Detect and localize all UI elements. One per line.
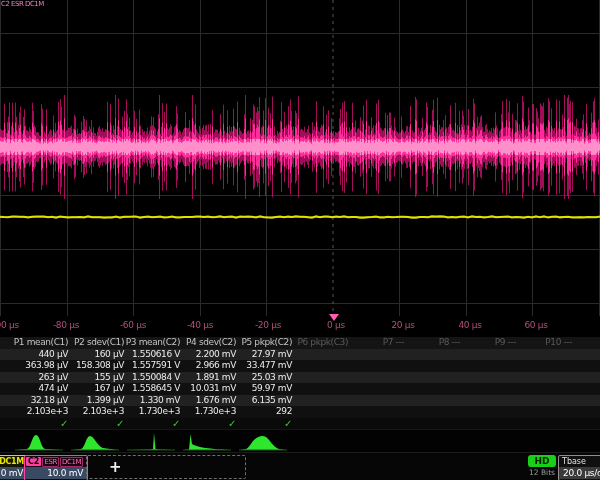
bottom-bar: DC1M 0 mV C2 ESR DC1M 10.0 mV + HD 12 Bi… [0,452,600,480]
oscilloscope-screen: C2 ESR DC1M -100 µs-80 µs-60 µs-40 µs-20… [0,0,600,480]
parameter-header[interactable]: P6 pkpk(C3) [286,337,348,349]
parameter-value: 1.676 mV [174,395,236,407]
parameter-value: 167 µV [62,383,124,395]
parameter-header[interactable]: P8 --- [398,337,460,349]
c2-esr-tag: ESR [42,457,59,467]
parameter-histicon[interactable] [126,431,176,451]
waveform-canvas [0,0,600,316]
c1-coupling-label: DC1M [0,456,27,467]
c2-label: C2 [26,457,41,466]
add-trace-button[interactable]: + [86,455,246,479]
status-check-icon: ✓ [230,418,292,430]
parameter-value: 2.966 mV [174,360,236,372]
parameter-value: 2.103e+3 [6,406,68,418]
time-axis-label: -60 µs [120,320,146,330]
parameter-value: 1.330 mV [118,395,180,407]
c2-vdiv-value: 10.0 mV [25,467,87,479]
time-axis-label: 60 µs [524,320,547,330]
parameter-value: 158.308 µV [62,360,124,372]
parameter-header[interactable]: P2 sdev(C1) [62,337,124,349]
status-check-icon: ✓ [6,418,68,430]
time-axis-label: 20 µs [391,320,414,330]
parameter-value: 1.550616 V [118,349,180,361]
measurement-table: P1 mean(C1)440 µV363.98 µV263 µV474 µV32… [0,337,600,429]
parameter-value: 440 µV [6,349,68,361]
parameter-value: 1.399 µV [62,395,124,407]
time-axis-label: -100 µs [0,320,19,330]
parameter-value: 292 [230,406,292,418]
parameter-value: 474 µV [6,383,68,395]
histicon-row [0,429,600,453]
parameter-value: 59.97 mV [230,383,292,395]
parameter-header[interactable]: P7 --- [342,337,404,349]
time-axis-label: -40 µs [187,320,213,330]
parameter-value: 363.98 µV [6,360,68,372]
parameter-header[interactable]: P11 [566,337,600,349]
c1-vdiv-value: 0 mV [0,467,27,479]
parameter-header[interactable]: P5 pkpk(C2) [230,337,292,349]
time-axis: -100 µs-80 µs-60 µs-40 µs-20 µs0 µs20 µs… [0,316,600,336]
parameter-value: 33.477 mV [230,360,292,372]
hd-bits-label: 12 Bits [528,467,556,478]
parameter-value: 32.18 µV [6,395,68,407]
parameter-value: 160 µV [62,349,124,361]
status-check-icon: ✓ [118,418,180,430]
parameter-value: 1.550084 V [118,372,180,384]
parameter-value: 10.031 mV [174,383,236,395]
parameter-value: 263 µV [6,372,68,384]
parameter-value: 6.135 mV [230,395,292,407]
parameter-histicon[interactable] [238,431,288,451]
time-axis-label: -20 µs [255,320,281,330]
parameter-header[interactable]: P4 sdev(C2) [174,337,236,349]
hd-mode-indicator[interactable]: HD 12 Bits [528,455,556,478]
time-axis-label: -80 µs [53,320,79,330]
timebase-descriptor[interactable]: Tbase 20.0 µs/div [558,455,600,480]
time-axis-label: 0 µs [327,320,345,330]
time-axis-label: 40 µs [458,320,481,330]
parameter-header[interactable]: P1 mean(C1) [6,337,68,349]
parameter-histicon[interactable] [70,431,120,451]
parameter-value: 2.200 mV [174,349,236,361]
parameter-value: 1.730e+3 [118,406,180,418]
status-check-icon: ✓ [174,418,236,430]
parameter-header[interactable]: P9 --- [454,337,516,349]
parameter-value: 155 µV [62,372,124,384]
parameter-value: 25.03 mV [230,372,292,384]
parameter-histicon[interactable] [182,431,232,451]
parameter-value: 1.891 mV [174,372,236,384]
parameter-value: 1.557591 V [118,360,180,372]
c2-coupling-tag: DC1M [60,457,83,467]
parameter-value: 2.103e+3 [62,406,124,418]
parameter-header[interactable]: P3 mean(C2) [118,337,180,349]
parameter-histicon[interactable] [14,431,64,451]
tbase-label: Tbase [559,456,600,467]
parameter-value: 1.558645 V [118,383,180,395]
parameter-header[interactable]: P10 --- [510,337,572,349]
parameter-value: 1.730e+3 [174,406,236,418]
trace-descriptor-label: C2 ESR DC1M [1,0,44,8]
channel-c2-descriptor[interactable]: C2 ESR DC1M 10.0 mV [24,455,88,480]
plus-icon: + [109,457,122,477]
hd-badge: HD [528,455,556,467]
status-check-icon: ✓ [62,418,124,430]
parameter-value: 27.97 mV [230,349,292,361]
waveform-plot-area[interactable]: C2 ESR DC1M [0,0,600,316]
tbase-value: 20.0 µs/div [559,467,600,479]
